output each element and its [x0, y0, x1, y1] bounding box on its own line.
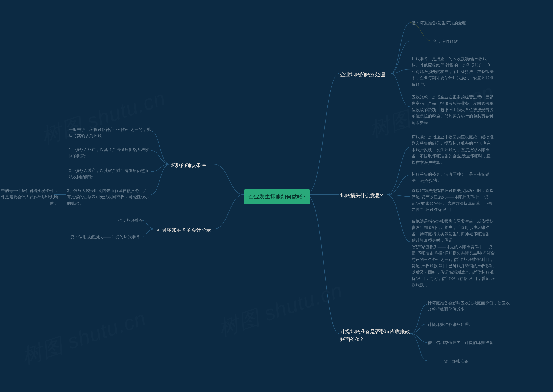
node-r2-1: 坏账损失的核算方法有两种：一是直接转销法;二是备抵法。: [412, 171, 494, 184]
node-l1-2: 2、债务人破产，以其破产财产清偿后仍然无法收回的账款;: [69, 167, 151, 180]
node-r1-3: 应收账款：是指企业在正常的经营过程中因销售商品、产品、提供劳务等业务，应向购买单…: [412, 94, 494, 126]
branch-offset-entry[interactable]: 冲减坏账准备的会计分录: [157, 226, 211, 234]
node-l1-0: 一般来说，应收账款符合下列条件之一的，就应将其确认为坏账:: [69, 126, 151, 139]
branch-provision-effect[interactable]: 计提坏账准备是否影响应收账款账面价值?: [340, 328, 410, 343]
node-r1-0: 借：坏账准备(发生坏账的金额): [412, 20, 468, 26]
node-l2-1: 贷：信用减值损失——计提的坏账准备: [70, 234, 140, 240]
branch-baddebt-loss-meaning[interactable]: 坏账损失什么意思?: [340, 192, 383, 200]
branch-confirm-conditions[interactable]: 坏账的确认条件: [171, 161, 206, 169]
branch-accounting-treatment[interactable]: 企业坏账的账务处理: [340, 71, 385, 79]
node-r3-3: 贷：坏账准备: [444, 358, 469, 364]
node-r1-1: 贷：应收账款: [433, 38, 458, 44]
node-r2-3: 备抵法是指在坏账损失实际发生前，就依据权责发生制原则估计损失，并同时形成坏账准备…: [412, 218, 497, 288]
node-r3-0: 计坏账准备会影响应收账款账面价值，使应收账款得账面价值减少。: [428, 300, 511, 313]
node-r2-2: 直接转销法是指在坏账损失实际发生时，直接借记"资产减值损失——坏账损失"科目，贷…: [412, 188, 494, 213]
node-r3-1: 计提坏账准备账务处理:: [428, 321, 470, 328]
node-l1-tail: 上述三个条件中的每一个条件都是充分条件，其中第3个条件是需要会计人员作出职业判断…: [0, 188, 58, 206]
node-r1-2: 坏账准备：是指企业的应收款项(含应收账款、其他应收款等)计提的，是备抵账户。企业…: [412, 56, 494, 87]
node-r2-0: 坏账损失是指企业未收回的应收账款、经批准列入损失的部分。提取坏账准备的企业,也在…: [412, 134, 494, 166]
root-node[interactable]: 企业发生坏账如何做账?: [244, 189, 310, 204]
node-r3-2: 借：信用减值损失—计提的坏账准备: [428, 340, 493, 346]
node-l1-3: 3、债务人较长时期内未履行其偿债义务，并有足够的证据表明无法收回或收回可能性极小…: [67, 188, 151, 206]
node-l2-0: 借：坏账准备: [118, 217, 143, 224]
node-l1-1: 1、债务人死亡，以其遗产清偿后仍然无法收回的账款;: [69, 147, 151, 159]
